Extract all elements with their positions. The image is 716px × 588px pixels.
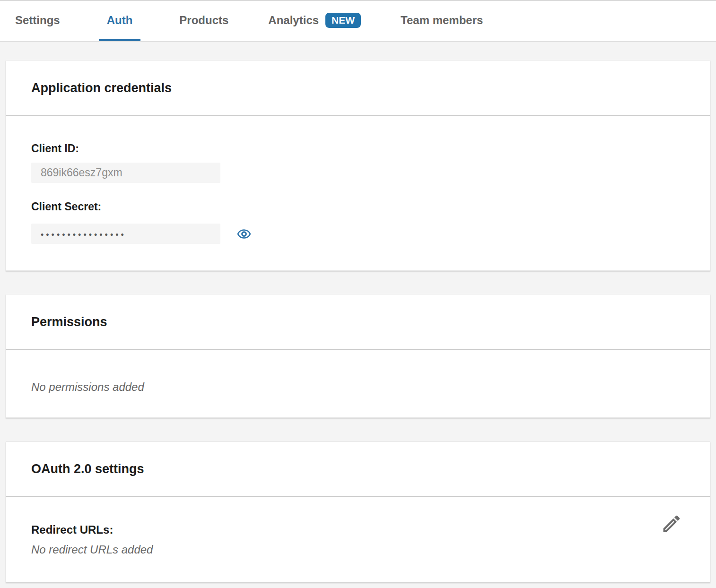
application-credentials-title: Application credentials xyxy=(31,81,172,95)
oauth-settings-title: OAuth 2.0 settings xyxy=(31,462,144,476)
oauth-settings-card: OAuth 2.0 settings Redirect URLs: No red… xyxy=(6,441,710,582)
edit-redirect-urls-button[interactable] xyxy=(660,512,683,535)
client-secret-row: •••••••••••••••• xyxy=(31,224,685,244)
client-id-field[interactable]: 869ik66esz7gxm xyxy=(31,163,220,183)
application-credentials-card: Application credentials Client ID: 869ik… xyxy=(6,60,710,271)
tab-bar: Settings Auth Products Analytics NEW Tea… xyxy=(0,0,716,42)
redirect-urls-label: Redirect URLs: xyxy=(31,523,685,537)
tab-products-label: Products xyxy=(179,14,228,27)
permissions-title: Permissions xyxy=(31,315,107,329)
tab-auth[interactable]: Auth xyxy=(99,1,141,41)
pencil-icon xyxy=(661,513,682,535)
permissions-header: Permissions xyxy=(6,294,710,350)
permissions-card: Permissions No permissions added xyxy=(6,294,710,418)
main-content: Application credentials Client ID: 869ik… xyxy=(0,42,716,588)
no-redirect-urls-text: No redirect URLs added xyxy=(31,543,685,557)
tab-analytics-label: Analytics xyxy=(268,14,319,27)
application-credentials-header: Application credentials xyxy=(6,61,710,116)
client-secret-field[interactable]: •••••••••••••••• xyxy=(31,224,220,244)
tab-auth-label: Auth xyxy=(107,14,133,27)
client-secret-label: Client Secret: xyxy=(31,200,685,213)
oauth-settings-body: Redirect URLs: No redirect URLs added xyxy=(6,497,710,557)
tab-team-members[interactable]: Team members xyxy=(400,1,484,41)
oauth-settings-header: OAuth 2.0 settings xyxy=(6,442,710,497)
client-id-label: Client ID: xyxy=(31,142,685,155)
tab-settings[interactable]: Settings xyxy=(14,1,61,41)
permissions-body: No permissions added xyxy=(6,350,710,394)
application-credentials-body: Client ID: 869ik66esz7gxm Client Secret:… xyxy=(6,116,710,244)
tab-team-members-label: Team members xyxy=(401,14,483,27)
tab-analytics[interactable]: Analytics NEW xyxy=(267,1,362,41)
tab-settings-label: Settings xyxy=(15,14,60,27)
tab-products[interactable]: Products xyxy=(178,1,229,41)
no-permissions-text: No permissions added xyxy=(31,380,685,394)
eye-icon xyxy=(235,227,253,241)
reveal-secret-button[interactable] xyxy=(235,225,253,243)
new-badge: NEW xyxy=(325,13,361,28)
